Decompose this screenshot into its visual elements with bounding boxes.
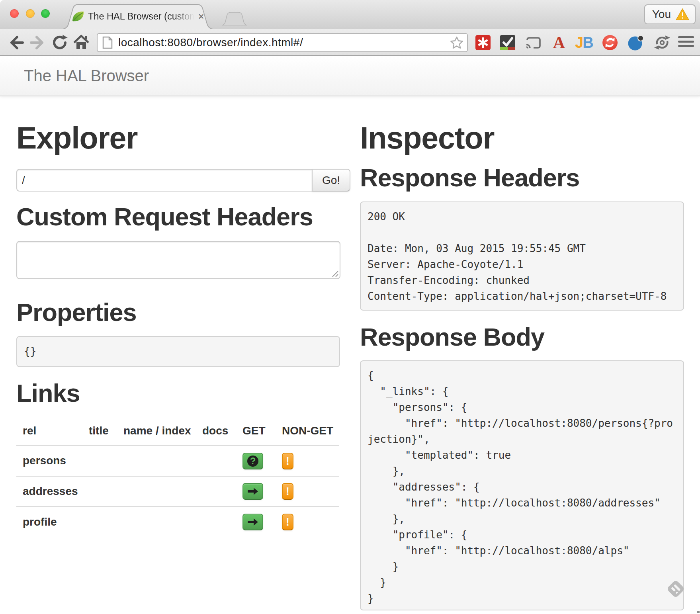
- window-minimize-button[interactable]: [26, 9, 35, 18]
- non-get-cell: !: [276, 476, 339, 507]
- col-rel: rel: [16, 417, 82, 446]
- explorer-url-input[interactable]: [16, 169, 313, 192]
- col-name-index: name / index: [117, 417, 196, 446]
- inspector-title: Inspector: [360, 122, 684, 154]
- extension-disc-icon[interactable]: [628, 35, 644, 51]
- response-headers-title: Response Headers: [360, 162, 684, 194]
- arrow-right-icon: [247, 518, 259, 526]
- non-get-button[interactable]: !: [282, 453, 293, 469]
- back-button[interactable]: [7, 34, 24, 51]
- exclamation-label: !: [286, 483, 289, 499]
- docs-cell: [196, 506, 236, 537]
- get-button[interactable]: [242, 514, 263, 530]
- rel-cell: profile: [16, 506, 82, 537]
- links-title: Links: [16, 377, 340, 409]
- browser-window: The HAL Browser (customiz × You: [0, 0, 700, 614]
- links-table: rel title name / index docs GET NON-GET …: [16, 417, 339, 537]
- response-headers-box: 200 OK Date: Mon, 03 Aug 2015 19:55:45 G…: [360, 201, 684, 311]
- extension-jb-icon[interactable]: JB: [575, 35, 596, 51]
- col-get: GET: [236, 417, 276, 446]
- browser-tab[interactable]: The HAL Browser (customiz ×: [63, 4, 213, 29]
- exclamation-label: !: [286, 453, 289, 469]
- get-cell: [236, 476, 276, 507]
- reload-button[interactable]: [51, 34, 68, 51]
- menu-button[interactable]: [678, 36, 694, 52]
- extension-refresh-icon[interactable]: [602, 35, 618, 51]
- links-row-profile: profile !: [16, 506, 339, 537]
- non-get-button[interactable]: !: [282, 483, 293, 500]
- exclamation-label: !: [286, 514, 289, 530]
- window-close-button[interactable]: [10, 9, 19, 18]
- profile-name: You: [652, 8, 671, 21]
- extension-checker-icon[interactable]: [500, 35, 516, 51]
- col-docs: docs: [196, 417, 236, 446]
- get-button[interactable]: ?: [242, 453, 263, 469]
- profile-warning-icon: [676, 8, 689, 20]
- tab-strip: The HAL Browser (customiz × You: [0, 0, 700, 29]
- response-body-box: { "_links": { "persons": { "href": "http…: [360, 360, 684, 610]
- page-brand: The HAL Browser: [0, 56, 700, 96]
- title-cell: [82, 506, 117, 537]
- get-button[interactable]: [242, 483, 263, 500]
- go-button[interactable]: Go!: [312, 169, 350, 192]
- bookmark-star-icon[interactable]: [450, 35, 464, 50]
- title-cell: [82, 446, 117, 476]
- non-get-button[interactable]: !: [282, 514, 293, 530]
- name-index-cell: [117, 476, 196, 507]
- feedly-mini-icon[interactable]: [665, 578, 687, 600]
- question-icon: ?: [247, 456, 258, 467]
- inspector-panel: Inspector Response Headers 200 OK Date: …: [360, 114, 684, 610]
- explorer-title: Explorer: [16, 122, 340, 154]
- get-cell: [236, 506, 276, 537]
- links-row-persons: persons ? !: [16, 446, 339, 476]
- arrow-right-icon: [247, 487, 259, 496]
- non-get-cell: !: [276, 446, 339, 476]
- explorer-form: Go!: [16, 169, 340, 192]
- properties-title: Properties: [16, 296, 340, 328]
- tab-title: The HAL Browser (customiz: [88, 11, 195, 22]
- window-resize-corner: [697, 611, 700, 613]
- properties-box: {}: [16, 336, 340, 367]
- tab-close-icon[interactable]: ×: [195, 10, 207, 22]
- page-navbar: The HAL Browser: [0, 56, 700, 96]
- new-tab-button[interactable]: [222, 11, 247, 25]
- links-row-addresses: addresses !: [16, 476, 339, 507]
- docs-cell: [196, 446, 236, 476]
- name-index-cell: [117, 506, 196, 537]
- home-button[interactable]: [72, 34, 90, 51]
- extension-sync-icon[interactable]: [654, 35, 670, 51]
- browser-toolbar: localhost:8080/browser/index.html#/ A JB: [0, 29, 700, 56]
- url-text: localhost:8080/browser/index.html#/: [118, 36, 450, 49]
- custom-request-headers-input[interactable]: [16, 241, 340, 279]
- window-zoom-button[interactable]: [41, 9, 50, 18]
- extension-cast-icon[interactable]: [525, 35, 541, 51]
- response-body-title: Response Body: [360, 321, 684, 353]
- profile-chip[interactable]: You: [644, 4, 696, 24]
- address-bar[interactable]: localhost:8080/browser/index.html#/: [97, 33, 468, 52]
- docs-cell: [196, 476, 236, 507]
- name-index-cell: [117, 446, 196, 476]
- links-header-row: rel title name / index docs GET NON-GET: [16, 417, 339, 446]
- page-icon: [102, 36, 113, 49]
- extension-lastpass-icon[interactable]: [475, 35, 491, 51]
- hal-browser-page: The HAL Browser Explorer Go! Custom Requ…: [0, 56, 700, 613]
- non-get-cell: !: [276, 506, 339, 537]
- extension-a-icon[interactable]: A: [551, 35, 567, 51]
- col-non-get: NON-GET: [276, 417, 339, 446]
- col-title: title: [82, 417, 117, 446]
- spring-leaf-favicon: [72, 10, 84, 23]
- explorer-panel: Explorer Go! Custom Request Headers Prop…: [16, 114, 340, 610]
- custom-request-headers-title: Custom Request Headers: [16, 201, 340, 233]
- title-cell: [82, 476, 117, 507]
- rel-cell: addresses: [16, 476, 82, 507]
- get-cell: ?: [236, 446, 276, 476]
- forward-button[interactable]: [29, 34, 47, 51]
- rel-cell: persons: [16, 446, 82, 476]
